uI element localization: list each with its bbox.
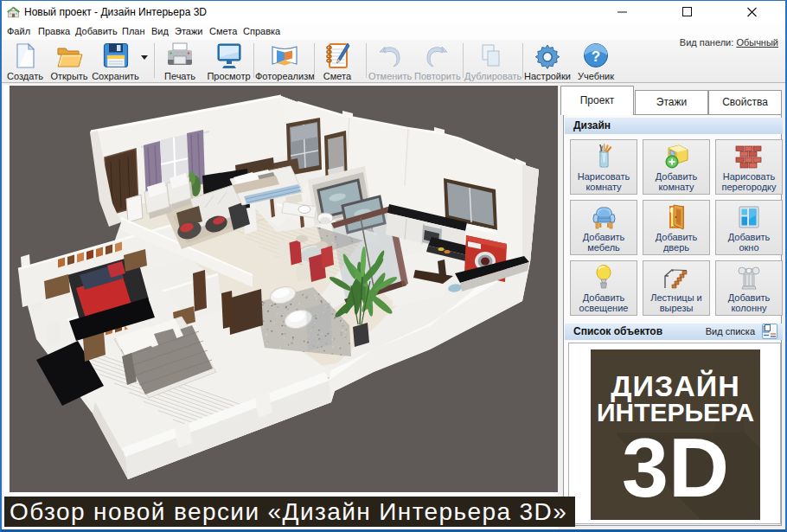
svg-text:?: ? xyxy=(592,48,600,65)
